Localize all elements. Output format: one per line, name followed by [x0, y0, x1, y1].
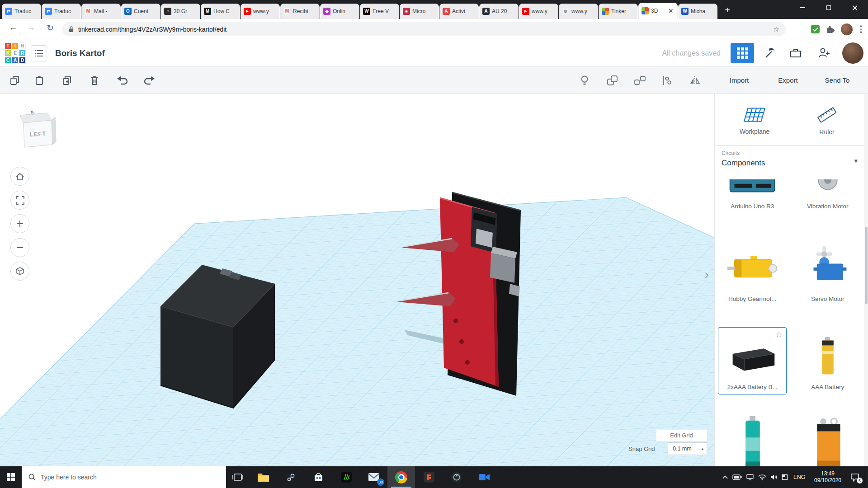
close-button[interactable] [842, 0, 868, 15]
tab-3d-design-active[interactable]: 3D [638, 3, 678, 19]
battery-icon[interactable] [732, 474, 742, 480]
panel-scrollbar[interactable] [864, 94, 868, 466]
tab-word[interactable]: WMicha [678, 4, 717, 19]
component-2xaaa-battery-box-selected[interactable]: ☆ 2xAAA Battery B... [718, 327, 787, 394]
chrome-taskbar-button[interactable] [387, 466, 415, 488]
tab-web[interactable]: ⊕www.y [559, 4, 598, 19]
steam-button[interactable] [277, 466, 305, 488]
copy-button[interactable] [7, 73, 23, 88]
tab-30-greatest[interactable]: ◔30 Gr [161, 4, 200, 19]
network-icon[interactable] [746, 474, 754, 480]
fit-view-button[interactable] [10, 191, 29, 210]
formit-app-button[interactable] [415, 466, 443, 488]
workplane-tool-button[interactable]: Workplane [721, 99, 788, 142]
export-button[interactable]: Export [774, 67, 802, 94]
tab-youtube-1[interactable]: ▶www.y [241, 4, 280, 19]
microsoft-store-button[interactable] [305, 466, 332, 488]
tab-outlook[interactable]: OCuent [121, 4, 160, 19]
tab-close-icon[interactable] [667, 7, 675, 14]
import-button[interactable]: Import [725, 67, 753, 94]
panel-scrollbar-thumb[interactable] [865, 227, 868, 304]
edit-grid-button[interactable]: Edit Grid [656, 429, 707, 441]
component-aaa-battery[interactable]: AAA Battery [793, 327, 862, 394]
tinkercad-logo[interactable]: T I N K E R C A D [5, 42, 26, 64]
minimize-button[interactable] [789, 0, 816, 15]
forward-button[interactable]: → [24, 23, 38, 33]
redo-button[interactable] [141, 73, 156, 88]
show-desktop-button[interactable] [865, 466, 867, 488]
send-to-button[interactable]: Send To [821, 67, 854, 94]
tray-expand-chevron-icon[interactable] [722, 475, 728, 479]
align-button[interactable] [660, 73, 675, 88]
snap-grid-select[interactable]: 0.1 mm ▴ [668, 442, 707, 455]
tab-wix[interactable]: WFree V [360, 4, 399, 19]
search-input[interactable] [41, 474, 203, 481]
new-tab-button[interactable]: + [721, 3, 734, 17]
zoom-in-button[interactable] [10, 214, 29, 233]
razer-synapse-button[interactable] [332, 466, 360, 488]
ruler-tool-button[interactable]: Ruler [793, 99, 860, 142]
mail-app-button[interactable]: 30 [360, 466, 387, 488]
volume-icon[interactable] [770, 474, 778, 480]
browser-menu-icon[interactable] [859, 25, 864, 33]
panel-collapse-chevron[interactable]: › [700, 267, 713, 282]
file-explorer-button[interactable] [250, 466, 277, 488]
account-avatar[interactable] [842, 42, 863, 64]
component-aa-battery[interactable] [718, 408, 787, 466]
perspective-toggle-button[interactable] [10, 262, 29, 281]
maximize-button[interactable] [816, 0, 842, 15]
show-all-button[interactable] [577, 73, 592, 88]
view-cube[interactable]: LEFT ↻ [18, 109, 60, 153]
favorite-star-icon[interactable]: ☆ [775, 330, 782, 339]
obs-app-button[interactable] [443, 466, 470, 488]
minecraft-export-button[interactable] [762, 46, 777, 60]
3d-canvas[interactable] [0, 94, 714, 466]
workplane-grid[interactable] [0, 94, 714, 466]
group-button[interactable] [604, 73, 620, 88]
back-button[interactable]: ← [6, 23, 20, 33]
components-list[interactable]: Arduino Uno R3 Vibration Motor Hobby Gea… [715, 176, 865, 466]
component-9v-battery[interactable] [793, 408, 862, 466]
mirror-button[interactable] [687, 73, 703, 88]
design-title[interactable]: Boris Kartof [55, 39, 105, 67]
paste-button[interactable] [32, 73, 47, 88]
tab-translate-2[interactable]: ⇄Traduc [42, 4, 81, 19]
component-arduino-uno[interactable]: Arduino Uno R3 [718, 176, 787, 214]
component-servo-motor[interactable]: Servo Motor [793, 235, 862, 306]
zoom-out-button[interactable] [10, 238, 29, 257]
tab-mail[interactable]: MMail - [81, 4, 121, 19]
undo-button[interactable] [115, 73, 130, 88]
dashboard-grid-button[interactable] [731, 43, 754, 63]
action-center-button[interactable]: 5 [849, 472, 861, 483]
taskbar-clock[interactable]: 13:49 09/10/2020 [811, 470, 845, 484]
browser-profile-avatar[interactable] [841, 23, 853, 35]
home-view-button[interactable] [10, 167, 29, 186]
component-vibration-motor[interactable]: Vibration Motor [793, 176, 862, 214]
tab-gmail-2[interactable]: MRecibi [280, 4, 320, 19]
category-dropdown[interactable]: Circuits Components ▾ [715, 145, 865, 176]
refresh-button[interactable]: ↻ [43, 23, 57, 33]
tab-youtube-2[interactable]: ▶www.y [519, 4, 558, 19]
ungroup-button[interactable] [632, 73, 647, 88]
tab-online[interactable]: ◆Onlin [320, 4, 359, 19]
delete-button[interactable] [87, 73, 102, 88]
taskbar-search[interactable] [22, 466, 226, 488]
start-button[interactable] [0, 466, 22, 488]
tab-au-2020[interactable]: AAU 20 [479, 4, 519, 19]
adblock-extension-icon[interactable] [811, 25, 820, 33]
language-indicator[interactable]: ENG [792, 474, 807, 480]
design-menu-button[interactable] [31, 45, 47, 61]
component-hobby-gearmotor[interactable]: Hobby Gearmot... [718, 235, 787, 306]
extensions-puzzle-icon[interactable] [826, 25, 835, 33]
work-briefcase-button[interactable] [788, 46, 803, 60]
tab-micro[interactable]: ◈Micro [400, 4, 439, 19]
task-view-button[interactable] [226, 466, 250, 488]
input-indicator-icon[interactable] [782, 474, 788, 480]
tab-translate-1[interactable]: ⇄Traduc [2, 4, 41, 19]
invite-user-button[interactable] [816, 46, 831, 60]
tab-how-c[interactable]: MHow C [201, 4, 240, 19]
url-bar[interactable]: tinkercad.com/things/4V2zArSWy9m-boris-k… [62, 22, 786, 36]
duplicate-button[interactable] [60, 73, 75, 88]
wifi-icon[interactable] [758, 474, 766, 480]
camera-app-button[interactable] [470, 466, 498, 488]
